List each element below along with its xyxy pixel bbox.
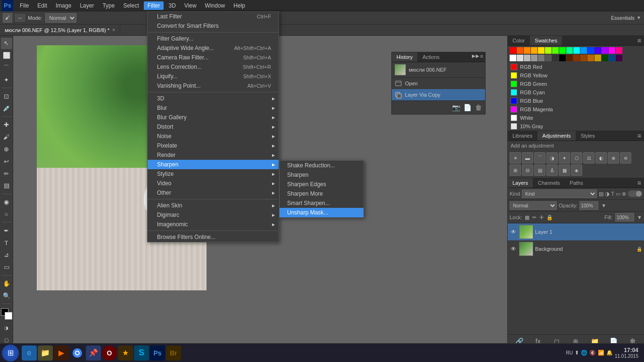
filter-type-icon[interactable]: T bbox=[611, 191, 614, 197]
tab-adjustments[interactable]: Adjustments bbox=[537, 131, 576, 140]
menu-alien-skin[interactable]: Alien Skin bbox=[148, 201, 279, 210]
swatch-cyan[interactable] bbox=[573, 47, 580, 54]
start-button[interactable]: ⊞ bbox=[2, 345, 19, 362]
tab-color[interactable]: Color bbox=[508, 36, 530, 45]
path-tool[interactable]: ⊿ bbox=[1, 249, 12, 261]
menu-render-sub[interactable]: Render bbox=[148, 150, 279, 160]
menu-other-sub[interactable]: Other bbox=[148, 188, 279, 197]
history-panel-menu[interactable]: ≡ bbox=[480, 53, 483, 61]
tab-swatches[interactable]: Swatches bbox=[530, 36, 562, 45]
adj-brightness[interactable]: ☀ bbox=[510, 152, 521, 164]
marquee-tool[interactable]: ⬜ bbox=[1, 50, 12, 61]
swatch-light-gray[interactable] bbox=[517, 55, 523, 61]
submenu-sharpen-more[interactable]: Sharpen More bbox=[280, 189, 363, 198]
swatch-green-yellow[interactable] bbox=[552, 47, 559, 54]
blend-mode-select[interactable]: Normal bbox=[510, 201, 557, 210]
menu-file[interactable]: File bbox=[16, 1, 33, 10]
menu-noise-sub[interactable]: Noise bbox=[148, 132, 279, 141]
adj-invert[interactable]: ⊟ bbox=[522, 165, 533, 176]
quick-mask-toggle[interactable]: ◑ bbox=[1, 322, 12, 334]
brush-size-field[interactable]: ↔ bbox=[15, 14, 25, 22]
swatch-yellow[interactable] bbox=[538, 47, 545, 54]
swatch-rgb-red[interactable]: RGB Red bbox=[508, 63, 644, 71]
menu-liquify[interactable]: Liquify... Shift+Ctrl+X bbox=[148, 72, 279, 81]
type-tool[interactable]: T bbox=[1, 237, 12, 248]
taskbar-pin-icon[interactable]: 📌 bbox=[86, 346, 101, 361]
adj-threshold[interactable]: Δ bbox=[546, 165, 558, 176]
swatch-indigo[interactable] bbox=[594, 47, 601, 54]
eraser-tool[interactable]: ✏ bbox=[1, 168, 12, 179]
workspace-selector[interactable]: Essentials ▼ bbox=[611, 15, 641, 21]
swatch-amber[interactable] bbox=[531, 47, 537, 54]
adj-hue-sat[interactable]: ⬡ bbox=[571, 152, 582, 164]
tab-layers[interactable]: Layers bbox=[508, 178, 533, 188]
shape-tool[interactable]: ▭ bbox=[1, 262, 12, 273]
taskbar-br-icon[interactable]: Br bbox=[166, 346, 181, 361]
history-snapshot-button[interactable]: 📷 bbox=[451, 103, 461, 112]
fill-input[interactable] bbox=[615, 213, 634, 222]
lock-transparent-icon[interactable]: ▦ bbox=[525, 214, 529, 221]
adj-color-lookup[interactable]: ⊞ bbox=[510, 165, 521, 176]
menu-convert-smart[interactable]: Convert for Smart Filters bbox=[148, 21, 279, 31]
clone-tool[interactable]: ⊕ bbox=[1, 143, 12, 155]
swatch-red[interactable] bbox=[510, 47, 516, 54]
taskbar-ps-icon[interactable]: Ps bbox=[150, 346, 165, 361]
hand-tool[interactable]: ✋ bbox=[1, 278, 12, 289]
menu-help[interactable]: Help bbox=[230, 1, 249, 10]
filter-adj-icon[interactable]: ◑ bbox=[605, 191, 610, 197]
pen-tool[interactable]: ✒ bbox=[1, 225, 12, 236]
tab-actions[interactable]: Actions bbox=[418, 52, 445, 62]
tab-styles[interactable]: Styles bbox=[576, 131, 600, 140]
taskbar-skype-icon[interactable]: S bbox=[134, 346, 149, 361]
swatch-white-named[interactable]: White bbox=[508, 114, 644, 122]
lock-image-icon[interactable]: ✏ bbox=[532, 214, 537, 221]
menu-digimarc[interactable]: Digimarc bbox=[148, 210, 279, 220]
adj-vibrance[interactable]: ✦ bbox=[559, 152, 570, 164]
submenu-smart-sharpen[interactable]: Smart Sharpen... bbox=[280, 198, 363, 208]
layers-kind-select[interactable]: Kind bbox=[522, 189, 597, 198]
swatch-rgb-blue[interactable]: RGB Blue bbox=[508, 97, 644, 105]
opacity-input[interactable] bbox=[579, 201, 598, 210]
swatch-gray-1[interactable] bbox=[524, 55, 530, 61]
swatch-rgb-magenta[interactable]: RGB Magenta bbox=[508, 105, 644, 114]
move-tool[interactable]: ↖ bbox=[1, 38, 12, 49]
layer1-visibility[interactable]: 👁 bbox=[510, 228, 517, 236]
menu-window[interactable]: Window bbox=[201, 1, 229, 10]
filter-smart-icon[interactable]: ⊕ bbox=[622, 191, 626, 197]
menu-filter[interactable]: Filter bbox=[144, 1, 164, 10]
taskbar-chrome-icon[interactable] bbox=[70, 346, 85, 361]
swatch-rgb-cyan[interactable]: RGB Cyan bbox=[508, 88, 644, 97]
menu-pixelate-sub[interactable]: Pixelate bbox=[148, 141, 279, 150]
swatch-gray-4[interactable] bbox=[545, 55, 552, 61]
adj-gradient-map[interactable]: ▦ bbox=[559, 165, 570, 176]
layer-row-layer1[interactable]: 👁 Layer 1 bbox=[508, 223, 644, 240]
menu-browse-filters[interactable]: Browse Filters Online... bbox=[148, 232, 279, 242]
menu-layer[interactable]: Layer bbox=[76, 1, 98, 10]
history-panel-forward[interactable]: ▶▶ bbox=[472, 53, 479, 61]
adj-panel-menu[interactable]: ≡ bbox=[635, 132, 644, 140]
swatch-lime[interactable] bbox=[545, 47, 552, 54]
lock-all-icon[interactable]: 🔒 bbox=[546, 214, 553, 221]
adj-exposure[interactable]: ◑ bbox=[546, 152, 558, 164]
document-tab[interactable]: мюсли 006.NEF @ 12,5% (Layer 1, RGB/8) *… bbox=[0, 26, 120, 34]
menu-lens-correction[interactable]: Lens Correction... Shift+Ctrl+R bbox=[148, 62, 279, 72]
swatch-magenta[interactable] bbox=[609, 47, 615, 54]
foreground-background-colors[interactable] bbox=[1, 308, 12, 320]
swatch-blue[interactable] bbox=[587, 47, 594, 54]
menu-blur-sub[interactable]: Blur bbox=[148, 103, 279, 113]
swatch-gray-2[interactable] bbox=[531, 55, 537, 61]
background-visibility[interactable]: 👁 bbox=[510, 245, 517, 253]
swatch-brown[interactable] bbox=[573, 55, 580, 61]
menu-filter-gallery[interactable]: Filter Gallery... bbox=[148, 34, 279, 43]
taskbar-ie-icon[interactable]: e bbox=[22, 346, 37, 361]
swatch-orange-red[interactable] bbox=[517, 47, 523, 54]
swatch-gray-3[interactable] bbox=[538, 55, 545, 61]
menu-imagenomic[interactable]: Imagenomic bbox=[148, 220, 279, 229]
history-item-open[interactable]: Open bbox=[392, 78, 485, 89]
tab-paths[interactable]: Paths bbox=[565, 178, 588, 188]
tab-close-button[interactable]: × bbox=[112, 27, 115, 33]
swatch-tan[interactable] bbox=[587, 55, 594, 61]
brush-tool-options[interactable]: 🖌 bbox=[3, 13, 12, 23]
history-delete-button[interactable]: 🗑 bbox=[474, 103, 483, 112]
zoom-tool[interactable]: 🔍 bbox=[1, 290, 12, 301]
